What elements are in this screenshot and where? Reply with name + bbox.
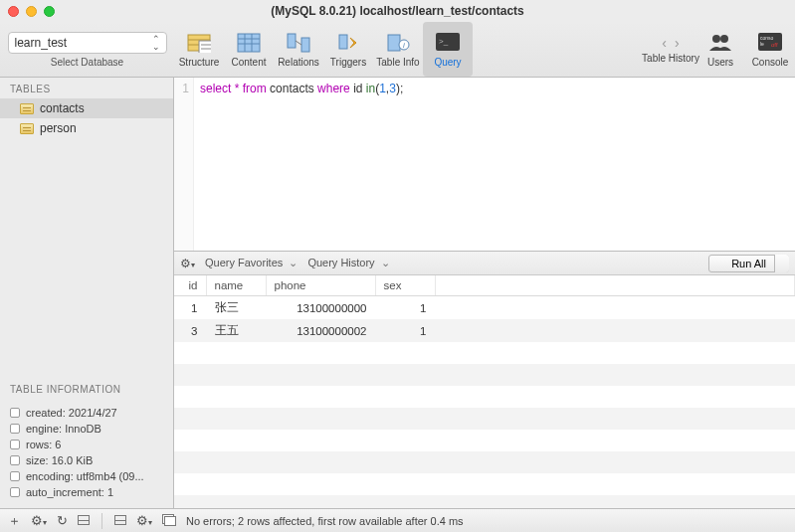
tab-label: Content — [231, 57, 266, 68]
svg-rect-11 — [288, 34, 296, 48]
status-bar: ＋ ⚙︎▾ ↻ ⚙︎▾ No errors; 2 rows affected, … — [0, 508, 795, 532]
svg-rect-13 — [339, 35, 347, 49]
history-nav: ‹ › Table History — [646, 35, 696, 64]
window-controls — [8, 6, 55, 17]
users-icon — [706, 31, 734, 55]
history-label: Table History — [642, 53, 699, 64]
table-icon — [20, 123, 34, 134]
tab-structure[interactable]: Structure — [174, 22, 224, 77]
maximize-window-button[interactable] — [44, 6, 55, 17]
tab-label: Console — [752, 57, 789, 68]
svg-rect-6 — [238, 34, 260, 52]
tab-tableinfo[interactable]: i Table Info — [373, 22, 423, 77]
svg-rect-12 — [301, 38, 309, 52]
checkbox-icon[interactable] — [10, 487, 20, 497]
info-rows: rows: 6 — [10, 437, 163, 452]
tab-triggers[interactable]: Triggers — [323, 22, 373, 77]
query-history-menu[interactable]: Query History ⌄ — [307, 257, 389, 269]
close-window-button[interactable] — [8, 6, 19, 17]
layout-button[interactable] — [114, 513, 126, 528]
console-button[interactable]: consoleoff Console — [745, 31, 795, 68]
database-selector-value: learn_test — [15, 36, 68, 50]
col-name[interactable]: name — [206, 275, 266, 296]
sql-editor[interactable]: 1 select * from contacts where id in(1,3… — [174, 78, 795, 252]
history-back-button[interactable]: ‹ — [662, 35, 667, 51]
titlebar: (MySQL 8.0.21) localhost/learn_test/cont… — [0, 0, 795, 22]
run-all-button[interactable]: Run All — [708, 255, 789, 272]
svg-point-21 — [720, 35, 728, 43]
tables-list: contacts person — [0, 98, 173, 138]
tab-label: Users — [707, 57, 733, 68]
checkbox-icon[interactable] — [10, 440, 20, 449]
triggers-icon — [334, 31, 362, 55]
checkbox-icon[interactable] — [10, 408, 20, 418]
sidebar-item-contacts[interactable]: contacts — [0, 98, 173, 118]
table-information: created: 2021/4/27 engine: InnoDB rows: … — [0, 399, 173, 508]
chevron-down-icon: ⌄ — [381, 257, 390, 268]
minimize-window-button[interactable] — [26, 6, 37, 17]
line-gutter: 1 — [174, 78, 194, 251]
tableinfo-icon: i — [384, 31, 412, 55]
checkbox-icon[interactable] — [10, 455, 20, 465]
col-phone[interactable]: phone — [266, 275, 375, 296]
window-title: (MySQL 8.0.21) localhost/learn_test/cont… — [0, 4, 795, 18]
users-button[interactable]: Users — [696, 31, 745, 68]
table-row[interactable]: 1 张三 13100000000 1 — [174, 296, 795, 320]
add-button[interactable]: ＋ — [8, 512, 21, 530]
tab-label: Relations — [278, 57, 319, 68]
sidebar-header-tables: TABLES — [0, 78, 173, 98]
toggle-info-button[interactable] — [78, 513, 90, 528]
col-spacer — [435, 275, 795, 296]
view-tabs: Structure Content Relations Triggers i T… — [174, 22, 473, 77]
results-actions: ⚙︎▾ — [114, 513, 174, 528]
database-selector-label: Select Database — [51, 57, 123, 68]
col-sex[interactable]: sex — [375, 275, 435, 296]
results-table: id name phone sex 1 张三 13100000000 1 — [174, 275, 795, 508]
svg-rect-3 — [199, 41, 211, 53]
tab-content[interactable]: Content — [224, 22, 274, 77]
toolbar: learn_test ⌃⌄ Select Database Structure … — [0, 22, 795, 78]
tab-relations[interactable]: Relations — [274, 22, 323, 77]
database-selector[interactable]: learn_test ⌃⌄ — [8, 32, 167, 54]
sidebar: TABLES contacts person TABLE INFORMATION… — [0, 78, 174, 508]
checkbox-icon[interactable] — [10, 471, 20, 481]
info-encoding: encoding: utf8mb4 (09... — [10, 468, 163, 484]
results-pane: id name phone sex 1 张三 13100000000 1 — [174, 275, 795, 508]
settings-menu-button[interactable]: ⚙︎▾ — [31, 513, 47, 528]
query-toolbar: ⚙︎▾ Query Favorites ⌄ Query History ⌄ Ru… — [174, 252, 795, 275]
updown-icon: ⌃⌄ — [152, 35, 160, 51]
col-id[interactable]: id — [174, 275, 206, 296]
sidebar-actions: ＋ ⚙︎▾ ↻ — [8, 512, 90, 530]
sidebar-header-info: TABLE INFORMATION — [0, 378, 173, 399]
tab-label: Table Info — [376, 57, 419, 68]
info-autoincrement: auto_increment: 1 — [10, 484, 163, 500]
database-selector-group: learn_test ⌃⌄ Select Database — [0, 22, 174, 77]
svg-marker-14 — [350, 38, 356, 48]
structure-icon — [185, 31, 213, 55]
info-size: size: 16.0 KiB — [10, 452, 163, 468]
history-forward-button[interactable]: › — [675, 35, 680, 51]
svg-text:le: le — [760, 41, 764, 47]
refresh-button[interactable]: ↻ — [57, 513, 68, 528]
sql-code[interactable]: select * from contacts where id in(1,3); — [194, 78, 409, 251]
query-favorites-menu[interactable]: Query Favorites ⌄ — [205, 257, 298, 269]
relations-icon — [285, 31, 312, 55]
content-icon — [235, 31, 263, 55]
tab-query[interactable]: >_ Query — [423, 22, 473, 77]
console-icon: consoleoff — [756, 31, 784, 55]
checkbox-icon[interactable] — [10, 424, 20, 434]
header-row: id name phone sex — [174, 275, 795, 296]
results-settings-button[interactable]: ⚙︎▾ — [136, 513, 152, 528]
svg-text:>_: >_ — [439, 37, 449, 46]
tab-label: Structure — [179, 57, 220, 68]
table-row[interactable]: 3 王五 13100000002 1 — [174, 319, 795, 342]
query-icon: >_ — [434, 31, 462, 55]
sidebar-item-person[interactable]: person — [0, 118, 173, 138]
duplicate-button[interactable] — [162, 513, 174, 528]
main: TABLES contacts person TABLE INFORMATION… — [0, 78, 795, 508]
info-engine: engine: InnoDB — [10, 421, 163, 437]
query-settings-button[interactable]: ⚙︎▾ — [180, 257, 195, 270]
content-pane: 1 select * from contacts where id in(1,3… — [174, 78, 795, 508]
info-created: created: 2021/4/27 — [10, 405, 163, 421]
chevron-down-icon: ⌄ — [289, 257, 298, 268]
